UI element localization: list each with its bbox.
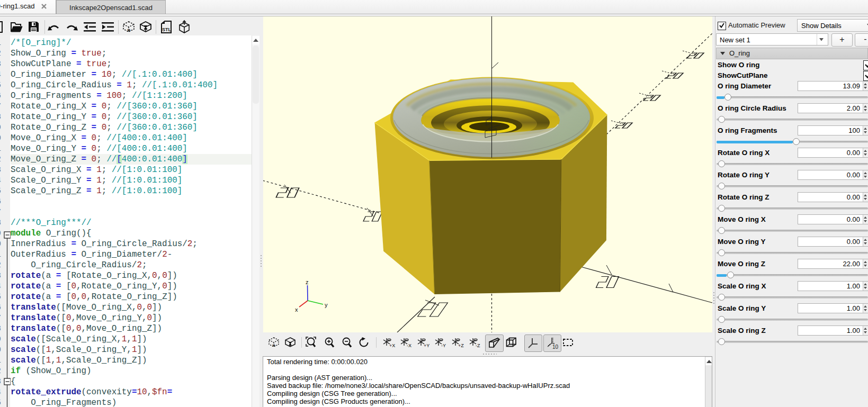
- svg-text:-Z: -Z: [476, 343, 480, 348]
- svg-text:y: y: [325, 302, 328, 308]
- svg-text:STL: STL: [162, 27, 172, 32]
- svg-text:+Z: +Z: [458, 343, 464, 348]
- svg-text:-Y: -Y: [441, 343, 446, 348]
- svg-text:»: »: [127, 26, 131, 34]
- svg-text:+Y: +Y: [424, 343, 429, 348]
- svg-text:10: 10: [552, 344, 559, 350]
- svg-text:+X: +X: [389, 343, 395, 348]
- svg-text:x: x: [295, 306, 298, 313]
- svg-text:»: »: [272, 342, 275, 348]
- svg-text:-X: -X: [407, 343, 411, 348]
- svg-text:z: z: [306, 279, 309, 285]
